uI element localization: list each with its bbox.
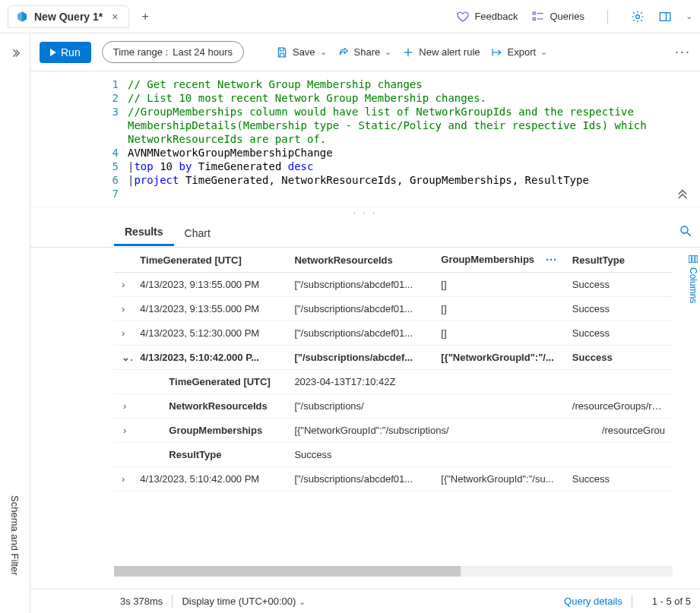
code-line-2: // List 10 most recent Network Group Mem… [128, 92, 486, 104]
table-row[interactable]: › 4/13/2023, 5:10:42.000 PM ["/subscript… [114, 467, 673, 491]
top-bar: New Query 1* × + Feedback Queries ⌄ [0, 0, 700, 33]
list-icon [531, 10, 545, 24]
svg-point-4 [636, 14, 640, 18]
run-label: Run [61, 46, 81, 58]
chevron-down-icon: ⌄ [540, 47, 547, 57]
table-header-row: TimeGenerated [UTC] NetworkResourceIds G… [114, 248, 673, 273]
feedback-button[interactable]: Feedback [456, 10, 518, 24]
col-header-grp[interactable]: GroupMemberships··· [433, 248, 565, 273]
right-panel: Run Time range : Last 24 hours Save ⌄ Sh… [30, 33, 700, 613]
export-button[interactable]: Export ⌄ [491, 46, 548, 58]
query-tab-title: New Query 1* [34, 11, 103, 23]
chevron-down-icon: ⌄ [299, 597, 306, 606]
expand-row-icon[interactable]: › [114, 297, 132, 321]
query-duration: 3s 378ms [120, 596, 163, 607]
feedback-label: Feedback [474, 11, 518, 22]
svg-rect-0 [534, 12, 536, 14]
new-tab-button[interactable]: + [134, 5, 156, 28]
col-header-net[interactable]: NetworkResourceIds [287, 248, 433, 273]
code-line-4: AVNMNetworkGroupMembershipChange [128, 147, 333, 159]
svg-rect-1 [534, 17, 536, 20]
save-label: Save [293, 46, 315, 58]
plus-icon [402, 46, 414, 58]
time-range-picker[interactable]: Time range : Last 24 hours [102, 41, 244, 63]
expand-row-icon[interactable]: › [114, 273, 132, 297]
table-row[interactable]: › 4/13/2023, 5:12:30.000 PM ["/subscript… [114, 321, 673, 346]
chevron-down-icon: ⌄ [385, 47, 391, 57]
code-line-3: //GroupMemberships column would have lis… [128, 106, 653, 145]
play-icon [50, 49, 56, 56]
query-editor[interactable]: 1// Get recent Network Group Membership … [30, 71, 700, 207]
col-header-res[interactable]: ResultType [565, 248, 673, 273]
table-row[interactable]: › 4/13/2023, 9:13:55.000 PM ["/subscript… [114, 297, 673, 321]
results-tabs: Results Chart [30, 217, 700, 248]
columns-toggle[interactable]: Columns [688, 254, 698, 303]
main-layout: Schema and Filter Run Time range : Last … [0, 33, 700, 613]
separator [172, 595, 173, 608]
queries-button[interactable]: Queries [531, 10, 584, 24]
expand-panel-icon[interactable] [9, 47, 21, 62]
row-count: 1 - 5 of 5 [652, 596, 691, 607]
collapse-editor-icon[interactable] [676, 187, 689, 204]
new-alert-label: New alert rule [419, 46, 480, 58]
table-row[interactable]: › 4/13/2023, 9:13:55.000 PM ["/subscript… [114, 273, 673, 297]
toolbar: Run Time range : Last 24 hours Save ⌄ Sh… [30, 33, 700, 71]
columns-icon [688, 254, 698, 264]
drag-handle[interactable]: · · · [30, 207, 700, 217]
close-icon[interactable]: × [109, 11, 121, 23]
tabs-area: New Query 1* × + [8, 5, 157, 28]
col-header-time[interactable]: TimeGenerated [UTC] [132, 248, 287, 273]
svg-rect-13 [689, 255, 692, 262]
share-label: Share [354, 46, 381, 58]
tab-chart[interactable]: Chart [174, 220, 221, 245]
gear-icon[interactable] [631, 10, 645, 24]
expand-row-icon[interactable]: › [114, 321, 132, 346]
scrollbar-thumb[interactable] [114, 566, 461, 577]
time-range-value: Last 24 hours [173, 46, 233, 58]
search-icon[interactable] [679, 224, 692, 240]
query-tab[interactable]: New Query 1* × [8, 5, 129, 28]
cube-icon [16, 11, 28, 23]
panel-icon[interactable] [658, 10, 672, 24]
status-bar: 3s 378ms Display time (UTC+00:00) ⌄ Quer… [30, 589, 700, 613]
detail-row: › NetworkResourceIds ["/subscriptions/ /… [114, 394, 673, 419]
separator [607, 10, 608, 24]
time-range-prefix: Time range : [113, 46, 169, 58]
left-rail: Schema and Filter [0, 33, 30, 613]
new-alert-rule-button[interactable]: New alert rule [402, 46, 480, 58]
save-button[interactable]: Save ⌄ [276, 46, 327, 58]
collapse-row-icon[interactable]: ⌄ [114, 346, 132, 370]
results-grid[interactable]: TimeGenerated [UTC] NetworkResourceIds G… [114, 248, 673, 566]
chevron-down-icon[interactable]: ⌄ [686, 11, 692, 21]
export-icon [491, 46, 503, 58]
more-actions-button[interactable]: ··· [675, 44, 691, 60]
top-actions: Feedback Queries ⌄ [456, 10, 692, 24]
display-time-picker[interactable]: Display time (UTC+00:00) ⌄ [182, 596, 306, 607]
detail-row: › GroupMemberships [{"NetworkGroupId":"/… [114, 419, 673, 443]
tab-results[interactable]: Results [114, 218, 174, 246]
columns-label: Columns [688, 267, 698, 303]
expand-row-icon[interactable]: › [114, 419, 132, 443]
share-button[interactable]: Share ⌄ [337, 46, 392, 58]
detail-row: TimeGenerated [UTC] 2023-04-13T17:10:42Z [114, 370, 673, 394]
svg-line-12 [687, 232, 691, 236]
chevron-down-icon: ⌄ [320, 47, 327, 57]
schema-filter-button[interactable]: Schema and Filter [9, 495, 21, 576]
export-label: Export [508, 46, 537, 58]
svg-rect-14 [692, 255, 695, 262]
detail-row: ResultType Success [114, 443, 673, 467]
expand-row-icon[interactable]: › [114, 467, 132, 491]
table-row-expanded[interactable]: ⌄ 4/13/2023, 5:10:42.000 P... ["/subscri… [114, 346, 673, 370]
separator [632, 595, 632, 608]
svg-rect-15 [695, 255, 697, 262]
expand-row-icon[interactable]: › [114, 394, 132, 419]
run-button[interactable]: Run [40, 42, 91, 63]
svg-point-11 [681, 226, 688, 233]
col-more-icon[interactable]: ··· [546, 254, 557, 266]
code-line-1: // Get recent Network Group Membership c… [128, 78, 423, 90]
query-details-link[interactable]: Query details [564, 596, 622, 607]
svg-rect-5 [660, 12, 670, 21]
results-grid-wrap: Columns TimeGenerated [UTC] NetworkResou… [30, 248, 700, 589]
heart-icon [456, 10, 470, 24]
horizontal-scrollbar[interactable] [114, 566, 673, 577]
